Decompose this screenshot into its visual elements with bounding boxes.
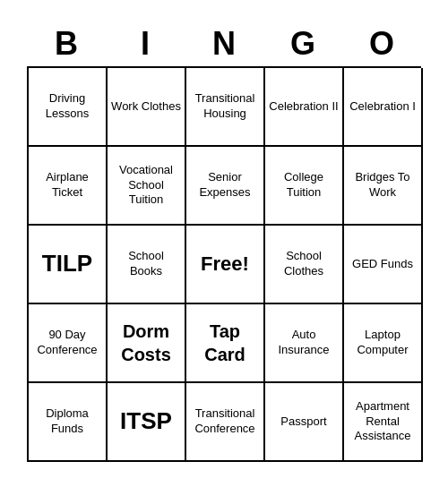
title-letter: G	[265, 25, 340, 63]
cell-label: Apartment Rental Assistance	[348, 399, 418, 445]
bingo-cell: Transitional Housing	[186, 68, 265, 147]
cell-label: GED Funds	[352, 257, 413, 272]
cell-label: Work Clothes	[111, 99, 181, 115]
bingo-cell: Transitional Conference	[186, 383, 265, 462]
cell-label: Laptop Computer	[348, 328, 418, 358]
cell-label: TILP	[42, 249, 92, 279]
bingo-grid: Driving LessonsWork ClothesTransitional …	[27, 66, 421, 462]
cell-label: Driving Lessons	[32, 91, 102, 122]
title-letter: O	[344, 25, 419, 63]
bingo-cell: Laptop Computer	[344, 304, 423, 383]
cell-label: School Books	[111, 249, 181, 279]
cell-label: Airplane Ticket	[32, 170, 102, 201]
cell-label: Bridges To Work	[348, 170, 418, 201]
cell-label: Transitional Conference	[190, 406, 260, 437]
bingo-cell: School Clothes	[265, 226, 344, 304]
cell-label: Free!	[201, 252, 249, 278]
bingo-cell: School Books	[108, 226, 186, 304]
cell-label: Diploma Funds	[32, 406, 102, 437]
cell-label: Dorm Costs	[111, 320, 181, 366]
bingo-title: BINGO	[27, 25, 421, 63]
cell-label: Tap Card	[190, 320, 260, 366]
cell-label: College Tuition	[269, 170, 339, 201]
bingo-cell: Free!	[186, 226, 265, 304]
title-letter: N	[186, 25, 262, 63]
bingo-cell: ITSP	[108, 383, 186, 462]
bingo-cell: Driving Lessons	[29, 68, 108, 147]
title-letter: I	[108, 25, 183, 63]
cell-label: 90 Day Conference	[32, 328, 102, 358]
bingo-cell: Dorm Costs	[108, 304, 186, 383]
cell-label: Vocational School Tuition	[111, 163, 181, 209]
bingo-cell: College Tuition	[265, 147, 344, 226]
bingo-cell: Diploma Funds	[29, 383, 108, 462]
bingo-cell: Senior Expenses	[186, 147, 265, 226]
bingo-cell: Bridges To Work	[344, 147, 423, 226]
bingo-cell: Tap Card	[186, 304, 265, 383]
title-letter: B	[29, 25, 104, 63]
cell-label: School Clothes	[269, 249, 339, 279]
bingo-cell: Apartment Rental Assistance	[344, 383, 423, 462]
bingo-cell: Vocational School Tuition	[108, 147, 186, 226]
cell-label: Celebration II	[269, 99, 338, 115]
cell-label: Transitional Housing	[190, 91, 260, 122]
bingo-cell: TILP	[29, 226, 108, 304]
bingo-cell: Work Clothes	[108, 68, 186, 147]
cell-label: Auto Insurance	[269, 328, 339, 358]
bingo-cell: 90 Day Conference	[29, 304, 108, 383]
bingo-cell: Airplane Ticket	[29, 147, 108, 226]
bingo-cell: Passport	[265, 383, 344, 462]
cell-label: Passport	[280, 414, 326, 430]
bingo-cell: GED Funds	[344, 226, 423, 304]
bingo-cell: Celebration II	[265, 68, 344, 147]
bingo-card: BINGO Driving LessonsWork ClothesTransit…	[18, 16, 430, 471]
cell-label: Celebration I	[349, 99, 416, 115]
cell-label: ITSP	[120, 406, 172, 437]
bingo-cell: Auto Insurance	[265, 304, 344, 383]
cell-label: Senior Expenses	[190, 170, 260, 201]
bingo-cell: Celebration I	[344, 68, 423, 147]
